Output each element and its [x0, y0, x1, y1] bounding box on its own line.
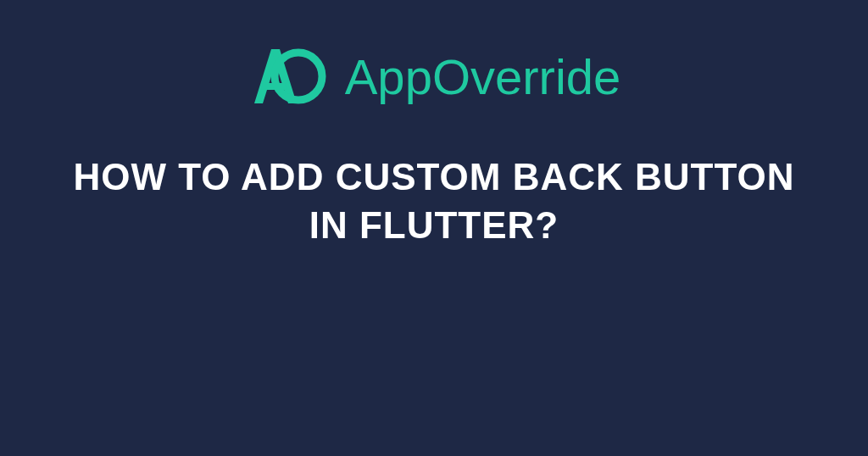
logo-section: AppOverride [0, 0, 868, 110]
page-title: HOW TO ADD CUSTOM BACK BUTTON IN FLUTTER… [0, 153, 868, 249]
brand-name: AppOverride [345, 48, 621, 105]
ao-logo-icon [248, 42, 328, 110]
